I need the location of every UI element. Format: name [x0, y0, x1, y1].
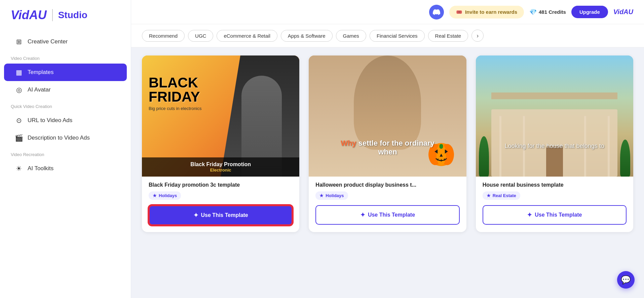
use-template-label-2: Use This Template — [368, 212, 415, 218]
use-template-label-1: Use This Template — [201, 212, 248, 218]
main-area: 🎟️ Invite to earn rewards 💎 481 Credits … — [131, 0, 644, 298]
template-card-3: Looking for the house that belongs to Ho… — [476, 55, 633, 232]
card-tag-2: ★ Holidays — [315, 191, 348, 200]
card-info-2: Halloween product display business t... … — [309, 177, 466, 205]
star-icon-2: ★ — [319, 193, 324, 198]
filter-next-button[interactable]: › — [471, 30, 484, 42]
template-thumb-1: BLACK FRIDAY Big price cuts in electroni… — [142, 55, 299, 177]
grid-icon: ⊞ — [15, 38, 23, 46]
templates-icon: ▦ — [15, 68, 23, 76]
use-template-label-3: Use This Template — [535, 212, 582, 218]
card-info-3: House rental business template ★ Real Es… — [476, 177, 633, 205]
credits-value: 481 Credits — [539, 9, 566, 15]
template-card-1: BLACK FRIDAY Big price cuts in electroni… — [142, 55, 299, 232]
filter-bar: Recommend UGC eCommerce & Retail Apps & … — [131, 24, 644, 47]
filter-ugc[interactable]: UGC — [188, 30, 213, 42]
bf-bottom-sub: Electronic — [146, 167, 295, 173]
description-icon: 🎬 — [15, 134, 23, 142]
sparkle-icon-3: ✦ — [527, 211, 532, 219]
card-tag-label-3: Real Estate — [493, 193, 516, 198]
star-icon-3: ★ — [487, 193, 491, 198]
house-text: Looking for the house that belongs to — [476, 143, 633, 150]
gem-icon: 💎 — [529, 8, 537, 16]
use-template-button-1[interactable]: ✦ Use This Template — [149, 205, 293, 225]
avatar-icon: ◎ — [15, 86, 23, 94]
house-text-content: Looking for the house that belongs to — [505, 143, 604, 149]
ordinary-text: settle for the ordinary — [356, 139, 434, 147]
template-card-2: Why settle for the ordinary when Hallowe… — [309, 55, 466, 232]
description-to-video-label: Description to Video Ads — [28, 135, 90, 141]
discord-button[interactable] — [429, 5, 444, 20]
when-text: when — [378, 148, 397, 156]
link-icon: ⊙ — [15, 116, 23, 124]
upgrade-button[interactable]: Upgrade — [571, 6, 608, 18]
invite-button[interactable]: 🎟️ Invite to earn rewards — [449, 6, 524, 18]
video-recreation-section: Video Recreation — [0, 147, 131, 160]
chat-icon: 💬 — [621, 275, 631, 285]
creative-center-label: Creative Center — [28, 38, 68, 45]
bf-subtitle: Big price cuts in electronics — [149, 106, 202, 111]
logo-brand: VidAU — [11, 8, 47, 22]
sparkle-icon-2: ✦ — [360, 211, 365, 219]
filter-apps[interactable]: Apps & Software — [281, 30, 333, 42]
logo-area: VidAU Studio — [0, 8, 131, 33]
halloween-text: Why settle for the ordinary when — [309, 139, 466, 156]
filter-ecommerce[interactable]: eCommerce & Retail — [217, 30, 277, 42]
card-title-2: Halloween product display business t... — [315, 182, 459, 188]
video-creation-section: Video Creation — [0, 50, 131, 64]
card-title-1: Black Friday promotion 3c template — [149, 182, 293, 188]
url-to-video-label: URL to Video Ads — [28, 117, 72, 124]
filter-recommend[interactable]: Recommend — [142, 30, 185, 42]
card-tag-label-2: Holidays — [326, 193, 344, 198]
sparkle-icon-1: ✦ — [193, 212, 198, 219]
header: 🎟️ Invite to earn rewards 💎 481 Credits … — [131, 0, 644, 24]
header-logo: VidAU — [613, 8, 633, 16]
logo-divider — [52, 9, 53, 21]
invite-icon: 🎟️ — [456, 9, 462, 15]
templates-grid: BLACK FRIDAY Big price cuts in electroni… — [142, 55, 633, 232]
bf-text-block: BLACK FRIDAY Big price cuts in electroni… — [149, 76, 202, 111]
ai-avatar-label: AI Avatar — [28, 86, 51, 93]
sidebar-item-creative-center[interactable]: ⊞ Creative Center — [4, 33, 127, 50]
filter-financial[interactable]: Financial Services — [370, 30, 425, 42]
sidebar-item-description-to-video[interactable]: 🎬 Description to Video Ads — [4, 129, 127, 147]
star-icon-1: ★ — [153, 193, 157, 198]
content-area: BLACK FRIDAY Big price cuts in electroni… — [131, 47, 644, 298]
use-template-button-3[interactable]: ✦ Use This Template — [483, 205, 627, 225]
sidebar-item-templates[interactable]: ▦ Templates — [4, 64, 127, 81]
sidebar: VidAU Studio ⊞ Creative Center Video Cre… — [0, 0, 131, 298]
template-thumb-2: Why settle for the ordinary when — [309, 55, 466, 177]
logo-studio: Studio — [58, 10, 87, 21]
toolkits-icon: ☀ — [15, 164, 23, 173]
discord-icon — [433, 8, 440, 16]
bf-bottom: Black Friday Promotion Electronic — [142, 157, 299, 177]
invite-label: Invite to earn rewards — [465, 9, 517, 15]
template-thumb-3: Looking for the house that belongs to — [476, 55, 633, 177]
card-title-3: House rental business template — [483, 182, 627, 188]
filter-games[interactable]: Games — [336, 30, 366, 42]
filter-realestate[interactable]: Real Estate — [428, 30, 468, 42]
upgrade-label: Upgrade — [579, 9, 600, 15]
sidebar-item-ai-toolkits[interactable]: ☀ AI Toolkits — [4, 160, 127, 177]
bf-bottom-text: Black Friday Promotion — [146, 161, 295, 167]
sidebar-item-url-to-video[interactable]: ⊙ URL to Video Ads — [4, 112, 127, 129]
ai-toolkits-label: AI Toolkits — [28, 165, 53, 172]
bf-title-1: BLACK — [149, 76, 202, 90]
card-tag-3: ★ Real Estate — [483, 191, 520, 200]
credits-area: 💎 481 Credits — [529, 8, 566, 16]
chat-bubble[interactable]: 💬 — [617, 271, 635, 289]
card-info-1: Black Friday promotion 3c template ★ Hol… — [142, 177, 299, 205]
quick-video-section: Quick Video Creation — [0, 99, 131, 112]
use-template-button-2[interactable]: ✦ Use This Template — [315, 205, 459, 225]
bf-title-2: FRIDAY — [149, 90, 202, 104]
card-tag-label-1: Holidays — [159, 193, 177, 198]
sidebar-item-ai-avatar[interactable]: ◎ AI Avatar — [4, 81, 127, 99]
templates-label: Templates — [28, 69, 53, 76]
card-tag-1: ★ Holidays — [149, 191, 181, 200]
why-text: Why — [341, 139, 356, 147]
